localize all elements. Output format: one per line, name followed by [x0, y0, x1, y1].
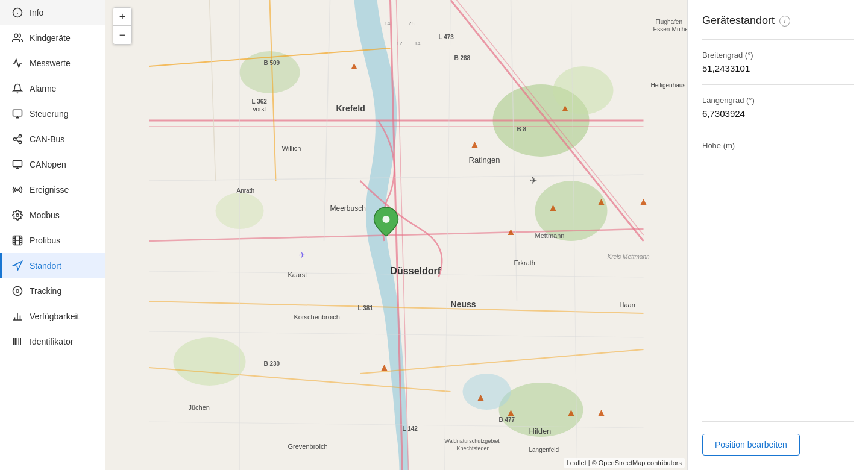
info-panel: Gerätestandort i Breitengrad (°)51,24331… [687, 0, 868, 470]
svg-text:12: 12 [397, 40, 403, 46]
sidebar-item-label-steuerung: Steuerung [30, 109, 69, 119]
sidebar-item-tracking[interactable]: Tracking [0, 278, 105, 304]
info-field-2: Höhe (m) [702, 130, 854, 164]
sidebar-item-alarme[interactable]: Alarme [0, 76, 105, 101]
info-value-1: 6,7303924 [702, 108, 854, 119]
edit-position-button[interactable]: Position bearbeiten [702, 434, 800, 456]
map-svg: Krefeld Ratingen Erkrath Mettmann Heilig… [105, 0, 687, 470]
svg-text:Hilden: Hilden [529, 427, 552, 436]
info-icon [11, 7, 24, 19]
info-value-0: 51,2433101 [702, 63, 854, 74]
svg-text:Mettmann: Mettmann [535, 232, 565, 239]
steuerung-icon [11, 108, 24, 120]
sidebar-item-standort[interactable]: Standort [0, 253, 105, 278]
identifikator-icon [11, 336, 24, 348]
svg-rect-12 [13, 160, 22, 167]
svg-line-11 [16, 137, 19, 139]
sidebar-item-label-tracking: Tracking [30, 286, 61, 296]
svg-text:Haan: Haan [620, 301, 635, 309]
sidebar-item-info[interactable]: Info [0, 0, 105, 25]
svg-point-8 [13, 138, 16, 141]
svg-rect-4 [13, 110, 22, 116]
svg-text:Flughafen: Flughafen [656, 19, 682, 25]
panel-title: Gerätestandort i [702, 14, 854, 27]
fields-container: Breitengrad (°)51,2433101Längengrad (°)6… [702, 40, 854, 164]
can-bus-icon [11, 133, 24, 145]
svg-text:Knechtsteden: Knechtsteden [457, 445, 490, 451]
svg-line-10 [16, 140, 19, 142]
sidebar: InfoKindgeräteMesswerteAlarmeSteuerungCA… [0, 0, 105, 470]
svg-text:14: 14 [415, 40, 421, 46]
sidebar-item-verfuegbarkeit[interactable]: Verfügbarkeit [0, 304, 105, 329]
sidebar-item-kindgeraete[interactable]: Kindgeräte [0, 25, 105, 51]
svg-text:Krefeld: Krefeld [336, 104, 365, 113]
svg-text:B 509: B 509 [264, 60, 280, 66]
svg-text:Willich: Willich [282, 145, 301, 152]
svg-text:Jüchen: Jüchen [189, 404, 210, 411]
info-label-1: Längengrad (°) [702, 96, 854, 105]
edit-button-container: Position bearbeiten [702, 409, 854, 456]
svg-point-121 [383, 216, 390, 223]
sidebar-item-canopen[interactable]: CANopen [0, 152, 105, 177]
zoom-controls: + − [113, 7, 132, 45]
svg-text:✈: ✈ [529, 175, 537, 186]
main-content: Krefeld Ratingen Erkrath Mettmann Heilig… [105, 0, 868, 470]
svg-point-40 [553, 66, 614, 114]
sidebar-item-profibus[interactable]: Profibus [0, 228, 105, 253]
svg-point-3 [14, 34, 18, 37]
alarme-icon [11, 83, 24, 95]
svg-text:B 230: B 230 [264, 360, 280, 367]
messwerte-icon [11, 57, 24, 69]
ereignisse-icon [11, 184, 24, 196]
bottom-divider [702, 421, 854, 422]
svg-text:L 381: L 381 [358, 305, 374, 312]
svg-text:Kaarst: Kaarst [288, 271, 307, 278]
svg-text:Essen-Mülheim: Essen-Mülheim [653, 26, 688, 33]
svg-point-15 [17, 189, 19, 191]
kindgeraete-icon [11, 32, 24, 44]
zoom-in-button[interactable]: + [113, 8, 131, 26]
svg-point-16 [16, 214, 19, 217]
sidebar-item-label-profibus: Profibus [30, 236, 60, 245]
info-field-0: Breitengrad (°)51,2433101 [702, 40, 854, 85]
svg-point-7 [19, 135, 22, 138]
svg-point-26 [13, 287, 22, 296]
sidebar-item-identifikator[interactable]: Identifikator [0, 329, 105, 354]
sidebar-item-can-bus[interactable]: CAN-Bus [0, 127, 105, 152]
svg-text:Meerbusch: Meerbusch [330, 204, 366, 213]
map-background: Krefeld Ratingen Erkrath Mettmann Heilig… [105, 0, 687, 470]
sidebar-item-messwerte[interactable]: Messwerte [0, 51, 105, 76]
svg-text:Grevenbroich: Grevenbroich [288, 443, 328, 450]
sidebar-item-label-can-bus: CAN-Bus [30, 134, 64, 144]
sidebar-item-label-standort: Standort [30, 261, 61, 271]
sidebar-item-label-info: Info [30, 8, 43, 17]
sidebar-item-modbus[interactable]: Modbus [0, 202, 105, 228]
svg-text:B 477: B 477 [499, 416, 515, 423]
canopen-icon [11, 158, 24, 171]
sidebar-item-label-kindgeraete: Kindgeräte [30, 33, 71, 43]
map-container[interactable]: Krefeld Ratingen Erkrath Mettmann Heilig… [105, 0, 687, 470]
info-field-1: Längengrad (°)6,7303924 [702, 85, 854, 130]
profibus-icon [11, 234, 24, 246]
svg-text:Ratingen: Ratingen [469, 155, 500, 164]
help-icon[interactable]: i [779, 16, 790, 27]
svg-text:Kreis Mettmann: Kreis Mettmann [608, 254, 650, 260]
svg-point-41 [174, 337, 246, 386]
tracking-icon [11, 285, 24, 297]
svg-text:L 362: L 362 [252, 98, 268, 105]
svg-point-27 [16, 290, 19, 293]
svg-text:✈: ✈ [299, 251, 306, 260]
zoom-out-button[interactable]: − [113, 26, 131, 44]
sidebar-item-label-verfuegbarkeit: Verfügbarkeit [30, 312, 80, 321]
info-label-2: Höhe (m) [702, 141, 854, 150]
verfuegbarkeit-icon [11, 310, 24, 322]
map-attribution: Leaflet | © OpenStreetMap contributors [564, 458, 685, 468]
svg-text:B 288: B 288 [454, 55, 471, 61]
sidebar-item-ereignisse[interactable]: Ereignisse [0, 177, 105, 202]
svg-text:Langenfeld: Langenfeld [529, 446, 559, 453]
svg-text:Düsseldorf: Düsseldorf [391, 266, 441, 276]
sidebar-item-steuerung[interactable]: Steuerung [0, 101, 105, 127]
svg-text:L 142: L 142 [403, 425, 418, 432]
modbus-icon [11, 209, 24, 221]
svg-point-9 [19, 141, 22, 144]
